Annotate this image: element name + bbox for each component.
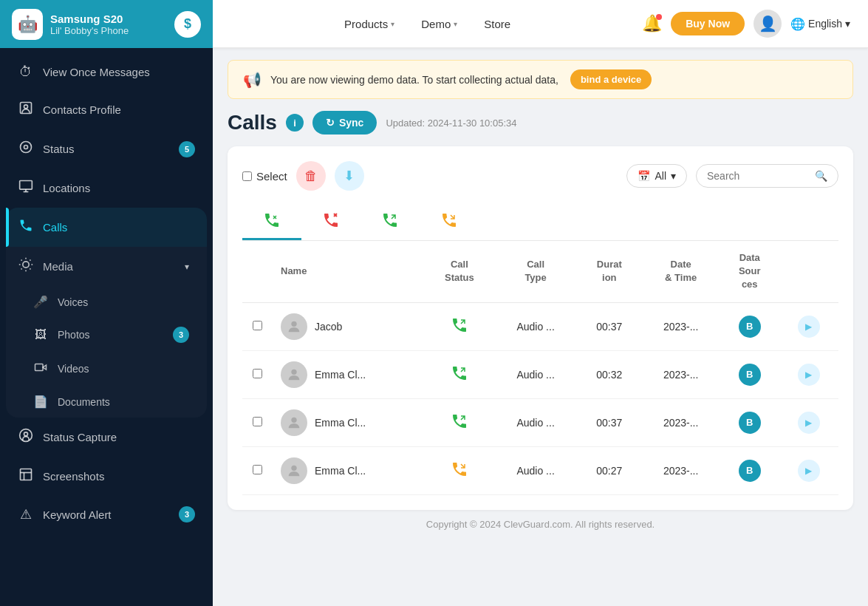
notification-bell[interactable]: 🔔 <box>642 14 662 33</box>
col-duration: Duration <box>577 241 642 302</box>
calendar-icon: 📅 <box>638 170 650 182</box>
row-call-type: Audio ... <box>494 398 577 446</box>
row-checkbox[interactable] <box>242 398 272 446</box>
buy-now-button[interactable]: Buy Now <box>671 12 745 35</box>
delete-button[interactable]: 🗑 <box>296 161 326 191</box>
search-box: 🔍 <box>696 164 838 188</box>
select-all-checkbox[interactable]: Select <box>242 170 287 183</box>
search-input[interactable] <box>707 170 810 182</box>
svg-line-15 <box>30 260 30 261</box>
row-name: Jacob <box>272 302 425 350</box>
row-play[interactable]: ▶ <box>779 302 838 350</box>
sidebar-item-documents[interactable]: 📄 Documents <box>6 386 207 418</box>
row-call-status <box>425 302 495 350</box>
row-date-time: 2023-... <box>642 446 720 494</box>
contact-avatar <box>281 457 307 484</box>
sidebar-item-calls[interactable]: Calls <box>6 208 207 247</box>
sidebar-item-contacts[interactable]: Contacts Profile <box>0 90 213 129</box>
row-call-status <box>425 350 495 398</box>
sidebar-item-photos[interactable]: 🖼 Photos 3 <box>6 318 207 352</box>
user-avatar-button[interactable]: 👤 <box>753 10 782 38</box>
footer-text: Copyright © 2024 ClevGuard.com. All righ… <box>426 519 655 530</box>
bind-device-button[interactable]: bind a device <box>570 69 652 89</box>
photos-badge: 3 <box>173 327 189 343</box>
search-icon: 🔍 <box>815 170 827 182</box>
svg-point-2 <box>21 142 32 153</box>
tab-incoming-calls[interactable] <box>360 202 420 240</box>
topnav: Products ▾ Demo ▾ Store 🔔 Buy Now 👤 🌐 En… <box>213 0 868 48</box>
sidebar-item-videos-label: Videos <box>58 363 89 375</box>
row-call-type: Audio ... <box>494 350 577 398</box>
language-chevron-icon: ▾ <box>845 18 850 30</box>
col-action <box>779 241 838 302</box>
sync-button[interactable]: ↻ Sync <box>312 111 377 135</box>
svg-point-3 <box>24 146 28 149</box>
table-row: Emma Cl... Audio ... 00:37 2023-... B ▶ <box>242 398 838 446</box>
sidebar-item-status-capture-label: Status Capture <box>43 431 117 443</box>
sidebar-item-voices[interactable]: 🎤 Voices <box>6 286 207 318</box>
device-icon: 🤖 <box>12 9 43 40</box>
sidebar-item-keyword-alert[interactable]: ⚠ Keyword Alert 3 <box>0 496 213 533</box>
source-badge: B <box>739 364 761 386</box>
sidebar-item-contacts-label: Contacts Profile <box>43 103 121 116</box>
demo-link[interactable]: Demo ▾ <box>411 12 468 36</box>
row-data-source: B <box>720 446 779 494</box>
svg-line-10 <box>21 260 22 261</box>
row-play[interactable]: ▶ <box>779 350 838 398</box>
tab-missed-calls[interactable] <box>301 202 360 240</box>
select-all-input[interactable] <box>242 171 252 181</box>
svg-rect-20 <box>21 469 32 480</box>
demo-chevron-icon: ▾ <box>454 20 457 28</box>
language-label: English <box>808 18 842 30</box>
info-icon[interactable]: i <box>286 114 304 132</box>
products-link[interactable]: Products ▾ <box>334 12 405 36</box>
col-call-status: CallStatus <box>425 241 495 302</box>
col-date-time: Date& Time <box>642 241 720 302</box>
row-data-source: B <box>720 302 779 350</box>
svg-point-28 <box>291 465 296 470</box>
source-badge: B <box>739 316 761 338</box>
sidebar-item-screenshots-label: Screenshots <box>43 470 104 483</box>
filter-chevron-icon: ▾ <box>671 170 676 182</box>
tab-outgoing-calls[interactable] <box>420 202 479 240</box>
sidebar-item-videos[interactable]: Videos <box>6 352 207 386</box>
row-duration: 00:37 <box>577 302 642 350</box>
device-name: Samsung S20 <box>50 13 167 25</box>
sidebar: 🤖 Samsung S20 Lil' Bobby's Phone $ ⏱ Vie… <box>0 0 213 606</box>
documents-icon: 📄 <box>33 395 49 409</box>
play-button[interactable]: ▶ <box>798 412 820 434</box>
keyword-alert-badge: 3 <box>179 506 195 522</box>
sidebar-item-status-capture[interactable]: Status Capture <box>0 418 213 457</box>
sidebar-item-calls-label: Calls <box>43 221 67 234</box>
calls-table: Name CallStatus CallType Duration Date& … <box>242 241 838 495</box>
phone-name: Lil' Bobby's Phone <box>50 25 167 36</box>
status-capture-icon <box>18 428 34 446</box>
row-play[interactable]: ▶ <box>779 446 838 494</box>
status-badge: 5 <box>179 141 195 157</box>
row-checkbox[interactable] <box>242 350 272 398</box>
play-button[interactable]: ▶ <box>798 364 820 386</box>
source-badge: B <box>739 412 761 434</box>
sidebar-item-screenshots[interactable]: Screenshots <box>0 457 213 496</box>
language-selector[interactable]: 🌐 English ▾ <box>790 17 850 31</box>
page-title: Calls <box>228 111 277 135</box>
sidebar-item-status[interactable]: Status 5 <box>0 129 213 168</box>
row-duration: 00:27 <box>577 446 642 494</box>
account-avatar[interactable]: $ <box>174 11 201 38</box>
filter-dropdown[interactable]: 📅 All ▾ <box>626 164 687 188</box>
download-button[interactable]: ⬇ <box>335 161 364 191</box>
row-checkbox[interactable] <box>242 446 272 494</box>
row-checkbox[interactable] <box>242 302 272 350</box>
content-area: 📢 You are now viewing demo data. To star… <box>213 48 868 606</box>
row-play[interactable]: ▶ <box>779 398 838 446</box>
row-duration: 00:32 <box>577 350 642 398</box>
sidebar-item-view-once[interactable]: ⏱ View Once Messages <box>0 54 213 90</box>
tab-all-calls[interactable] <box>242 202 301 240</box>
store-link[interactable]: Store <box>474 12 521 36</box>
sidebar-item-media[interactable]: Media ▾ <box>6 247 207 286</box>
play-button[interactable]: ▶ <box>798 460 820 482</box>
table-row: Emma Cl... Audio ... 00:32 2023-... B ▶ <box>242 350 838 398</box>
col-checkbox <box>242 241 272 302</box>
sidebar-item-locations[interactable]: Locations <box>0 168 213 208</box>
play-button[interactable]: ▶ <box>798 316 820 338</box>
